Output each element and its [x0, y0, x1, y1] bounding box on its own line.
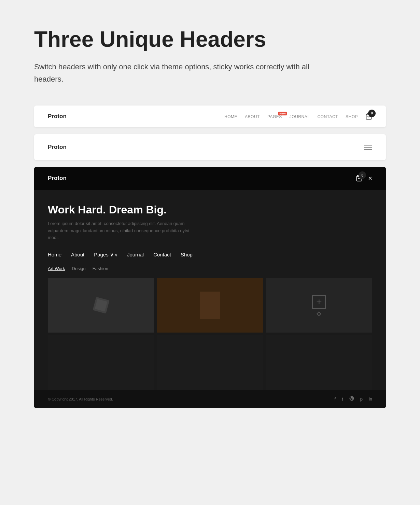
header-3-icons: 0 × [356, 174, 372, 182]
header-3-nav: Proton 0 × [34, 167, 386, 190]
cart-icon-1[interactable]: 0 [365, 113, 372, 120]
dark-footer: © Copyright 2017. All Rights Reserved. f… [34, 390, 386, 408]
hamburger-line-2 [364, 147, 372, 148]
dark-nav-shop[interactable]: Shop [181, 252, 193, 257]
portfolio-item-6[interactable] [266, 335, 372, 390]
dark-nav-contact[interactable]: Contact [153, 252, 171, 257]
portfolio-item-5[interactable] [157, 335, 263, 390]
logo-2: Proton [48, 144, 67, 151]
header-card-3: Proton 0 × Work Hard. Dream Big. Lorem i… [34, 167, 386, 408]
dark-nav-journal[interactable]: Journal [127, 252, 144, 257]
header-card-1: Proton HOME ABOUT PAGESNEW JOURNAL CONTA… [34, 106, 386, 127]
social-twitter[interactable]: t [342, 396, 343, 402]
hamburger-line-1 [364, 145, 372, 145]
social-pinterest[interactable]: p [360, 396, 363, 402]
nav-1: HOME ABOUT PAGESNEW JOURNAL CONTACT SHOP… [224, 113, 372, 120]
page-title: Three Unique Headers [34, 27, 386, 51]
filter-tab-fashion[interactable]: Fashion [93, 266, 108, 271]
dark-nav-pages[interactable]: Pages ∨ [94, 252, 117, 257]
nav-journal[interactable]: JOURNAL [290, 114, 310, 119]
social-icons: f t p in [334, 396, 372, 402]
dark-body: Work Hard. Dream Big. Lorem ipsum dolor … [34, 190, 386, 408]
footer-copyright: © Copyright 2017. All Rights Reserved. [48, 397, 113, 401]
nav-about[interactable]: ABOUT [245, 114, 260, 119]
header-2-content: Proton [34, 134, 386, 160]
nav-pages[interactable]: PAGESNEW [267, 114, 282, 119]
filter-tab-design[interactable]: Design [72, 266, 85, 271]
close-menu-icon[interactable]: × [368, 174, 372, 182]
filter-tabs: Art Work Design Fashion [48, 266, 372, 271]
dark-hero-title: Work Hard. Dream Big. [48, 204, 372, 216]
portfolio-item-4[interactable] [48, 335, 154, 390]
portfolio-item-2[interactable] [157, 278, 263, 333]
cart-icon-3[interactable]: 0 [356, 175, 363, 182]
nav-shop[interactable]: SHOP [346, 114, 358, 119]
logo-1: Proton [48, 113, 67, 120]
portfolio-grid: + [34, 278, 386, 390]
dark-nav: Home About Pages ∨ Journal Contact Shop [48, 252, 372, 258]
dark-hero-sub: Lorem ipsum dolor sit amet, consectetur … [48, 220, 198, 241]
header-1-content: Proton HOME ABOUT PAGESNEW JOURNAL CONTA… [34, 106, 386, 127]
hamburger-menu-icon[interactable] [364, 145, 372, 150]
social-facebook[interactable]: f [334, 396, 336, 402]
header-card-2: Proton [34, 134, 386, 160]
hamburger-line-3 [364, 149, 372, 150]
cart-count-1: 0 [368, 110, 376, 117]
filter-tab-artwork[interactable]: Art Work [48, 266, 65, 271]
social-dribbble[interactable] [349, 396, 354, 402]
dark-nav-about[interactable]: About [71, 252, 84, 257]
page-subtitle: Switch headers with only one click via t… [34, 61, 314, 85]
portfolio-item-1[interactable] [48, 278, 154, 333]
dark-nav-home[interactable]: Home [48, 252, 61, 257]
logo-3: Proton [48, 175, 67, 182]
nav-contact[interactable]: CONTACT [317, 114, 338, 119]
social-linkedin[interactable]: in [369, 396, 372, 402]
nav-badge-new: NEW [278, 112, 287, 115]
portfolio-item-3[interactable]: + [266, 278, 372, 333]
cart-count-3: 0 [359, 171, 366, 179]
nav-home[interactable]: HOME [224, 114, 237, 119]
